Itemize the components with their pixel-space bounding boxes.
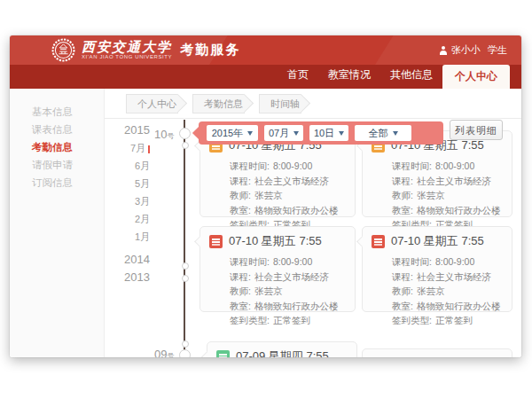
sidebar-item-leave-request[interactable]: 请假申请 xyxy=(10,156,104,174)
timeline-month-feb[interactable]: 2月 xyxy=(109,210,150,228)
field-value: 张芸京 xyxy=(254,188,283,203)
nav-item-classrooms[interactable]: 教室情况 xyxy=(318,67,380,89)
breadcrumb-attendance[interactable]: 考勤信息 xyxy=(192,94,245,113)
caret-down-icon xyxy=(293,131,299,136)
breadcrumb-timeline[interactable]: 时间轴 xyxy=(259,94,301,113)
field-label: 课程: xyxy=(392,174,413,189)
timeline-year-2013[interactable]: 2013 xyxy=(109,269,150,286)
attendance-card: 07-10 星期五 7:55 课程时间:8:00-9:00 课程:社会主义市场经… xyxy=(362,226,512,312)
service-title: 考勤服务 xyxy=(180,42,240,59)
filter-bar: 2015年 07月 10日 全部 xyxy=(199,121,443,145)
timeline-year-2014[interactable]: 2014 xyxy=(109,251,150,269)
card-date: 07-09 星期四 7:55 xyxy=(236,348,329,357)
breadcrumb-personal-center[interactable]: 个人中心 xyxy=(126,94,178,113)
field-label: 教室: xyxy=(230,299,251,314)
field-label: 教师: xyxy=(230,188,251,203)
year-select[interactable]: 2015年 xyxy=(207,125,258,141)
field-value: 社会主义市场经济 xyxy=(254,174,329,189)
timeline-year-2015[interactable]: 2015 xyxy=(109,121,150,139)
field-label: 教师: xyxy=(392,284,413,299)
timeline-year-month-list: 2015 7月 6月 5月 3月 2月 1月 2014 2013 xyxy=(109,121,150,286)
timeline-node xyxy=(182,262,189,270)
attendance-card: 07-10 星期五 7:55 课程时间:8:00-9:00 课程:社会主义市场经… xyxy=(200,226,356,312)
field-value: 8:00-9:00 xyxy=(435,159,474,174)
field-label: 课程: xyxy=(230,174,251,189)
field-value: 张芸京 xyxy=(254,284,283,299)
current-month-marker xyxy=(148,145,150,153)
timeline-node xyxy=(179,128,191,139)
university-name-cn: 西安交通大学 xyxy=(82,41,172,54)
month-select[interactable]: 07月 xyxy=(264,125,303,141)
app-window: 西安交通大学 XI'AN JIAO TONG UNIVERSITY 考勤服务 张… xyxy=(10,35,521,357)
user-name: 张小小 xyxy=(451,43,481,57)
sidebar: 基本信息 课表信息 考勤信息 请假申请 订阅信息 xyxy=(10,89,105,357)
timeline-node xyxy=(182,340,189,348)
screenshot-canvas: 西安交通大学 XI'AN JIAO TONG UNIVERSITY 考勤服务 张… xyxy=(0,0,532,399)
card-date: 07-10 星期五 7:55 xyxy=(391,233,484,249)
signin-stamp-icon xyxy=(372,235,385,248)
day-select[interactable]: 10日 xyxy=(309,125,348,141)
sidebar-item-schedule[interactable]: 课表信息 xyxy=(10,121,104,138)
caret-down-icon xyxy=(339,131,344,136)
field-label: 教室: xyxy=(230,203,251,218)
university-name: 西安交通大学 XI'AN JIAO TONG UNIVERSITY xyxy=(82,41,172,60)
nav-tab-personal-center[interactable]: 个人中心 xyxy=(442,65,510,89)
field-value: 8:00-9:00 xyxy=(273,159,312,174)
card-date: 07-10 星期五 7:55 xyxy=(229,233,322,249)
user-role: 学生 xyxy=(488,43,507,57)
user-icon xyxy=(439,46,448,55)
field-label: 教室: xyxy=(392,203,413,218)
field-label: 签到类型: xyxy=(392,313,432,328)
field-value: 格物致知行政办公楼 xyxy=(417,203,501,218)
signin-stamp-icon xyxy=(209,235,223,248)
timeline-month-mar[interactable]: 3月 xyxy=(109,192,150,210)
field-value: 格物致知行政办公楼 xyxy=(417,299,501,314)
attendance-card-partial xyxy=(362,348,512,357)
field-value: 格物致知行政办公楼 xyxy=(254,299,339,314)
timeline-axis xyxy=(184,120,185,357)
field-label: 签到类型: xyxy=(230,313,270,328)
sidebar-item-basic-info[interactable]: 基本信息 xyxy=(10,103,104,121)
timeline-month-jan[interactable]: 1月 xyxy=(109,228,150,246)
field-label: 课程: xyxy=(392,270,413,285)
field-label: 教师: xyxy=(392,188,413,203)
signin-stamp-icon xyxy=(216,350,230,358)
university-name-en: XI'AN JIAO TONG UNIVERSITY xyxy=(82,54,172,60)
field-value: 张芸京 xyxy=(417,188,445,203)
field-label: 课程时间: xyxy=(392,159,432,174)
attendance-card: 07-09 星期四 7:55 xyxy=(207,341,357,357)
type-select[interactable]: 全部 xyxy=(355,125,411,141)
timeline-node xyxy=(179,349,191,357)
field-value: 8:00-9:00 xyxy=(273,254,312,270)
field-label: 课程时间: xyxy=(230,254,270,270)
sidebar-item-subscription[interactable]: 订阅信息 xyxy=(10,174,104,192)
field-label: 课程时间: xyxy=(230,159,270,174)
timeline-node xyxy=(182,142,189,149)
timeline-month-jul[interactable]: 7月 xyxy=(109,139,150,157)
field-value: 正常签到 xyxy=(273,313,310,328)
nav-item-home[interactable]: 首页 xyxy=(278,67,318,89)
field-value: 张芸京 xyxy=(417,284,445,299)
timeline-month-jun[interactable]: 6月 xyxy=(109,157,150,175)
list-detail-button[interactable]: 列表明细 xyxy=(450,120,503,140)
field-label: 教室: xyxy=(392,299,413,314)
day-marker-10: 10号 xyxy=(154,126,174,142)
field-value: 8:00-9:00 xyxy=(435,254,474,270)
field-value: 社会主义市场经济 xyxy=(254,270,329,285)
sidebar-item-attendance[interactable]: 考勤信息 xyxy=(10,138,104,156)
field-value: 正常签到 xyxy=(435,313,473,328)
university-logo xyxy=(51,38,75,62)
timeline-month-may[interactable]: 5月 xyxy=(109,175,150,192)
field-label: 教师: xyxy=(230,284,251,299)
field-label: 课程时间: xyxy=(392,254,432,270)
main-nav: 首页 教室情况 其他信息 个人中心 xyxy=(10,65,521,89)
content-area: 基本信息 课表信息 考勤信息 请假申请 订阅信息 个人中心 考勤信息 时间轴 2… xyxy=(10,89,521,357)
timeline-node xyxy=(182,275,189,282)
field-label: 课程: xyxy=(230,270,251,285)
brand: 西安交通大学 XI'AN JIAO TONG UNIVERSITY 考勤服务 xyxy=(51,38,240,62)
field-value: 社会主义市场经济 xyxy=(417,174,491,189)
breadcrumb: 个人中心 考勤信息 时间轴 xyxy=(105,89,521,119)
nav-item-other[interactable]: 其他信息 xyxy=(380,67,442,89)
user-info[interactable]: 张小小 学生 xyxy=(439,43,507,57)
field-value: 社会主义市场经济 xyxy=(417,270,491,285)
